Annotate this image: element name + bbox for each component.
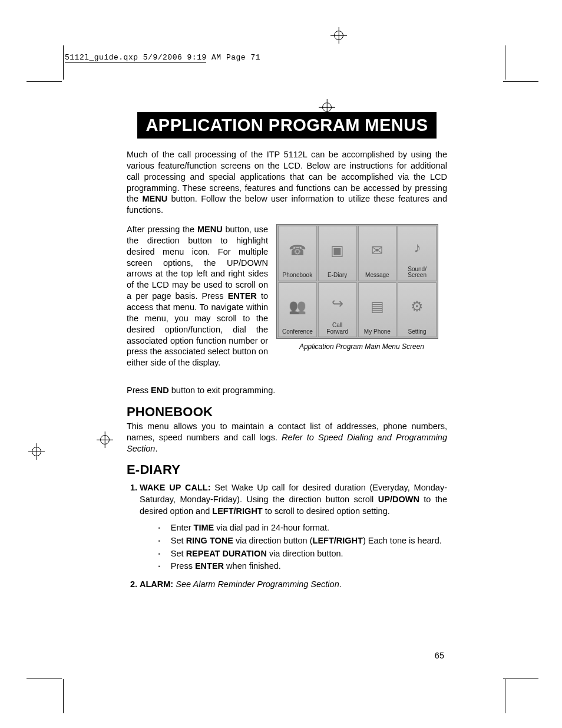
list-item: WAKE UP CALL: Set Wake Up call for desir… — [140, 482, 447, 573]
menu-navigation-paragraph: After pressing the MENU button, use the … — [127, 224, 268, 368]
speaker-icon: ♪ — [399, 228, 435, 266]
menu-item-my-phone: ▤My Phone — [358, 282, 397, 338]
key-label: RING TONE — [186, 536, 233, 545]
registration-mark-icon — [99, 434, 111, 446]
list-item: Enter TIME via dial pad in 24-hour forma… — [158, 522, 447, 535]
text: Press — [127, 386, 151, 395]
page-number: 65 — [435, 651, 444, 660]
key-label: MENU — [142, 194, 167, 203]
text: Set — [171, 549, 186, 558]
diary-icon: ▣ — [319, 228, 356, 272]
key-label: ENTER — [228, 291, 257, 301]
menu-label: Setting — [408, 329, 427, 335]
text: button to exit programming. — [169, 386, 276, 395]
menu-label: My Phone — [364, 329, 391, 335]
ediary-heading: E-DIARY — [127, 462, 447, 477]
text: via dial pad in 24-hour format. — [214, 523, 329, 532]
phone-icon: ☎ — [279, 228, 316, 272]
crop-mark-icon — [63, 45, 64, 80]
page-title: APPLICATION PROGRAM MENUS — [137, 112, 436, 139]
key-label: UP/DOWN — [378, 495, 419, 504]
text: Enter — [171, 523, 194, 532]
text: . — [155, 444, 157, 453]
text: ) Each tone is heard. — [363, 536, 442, 545]
text: to access that menu. To navigate within … — [127, 291, 268, 367]
text: Set — [171, 536, 186, 545]
list-item: ALARM: See Alarm Reminder Programming Se… — [140, 579, 447, 591]
phone-settings-icon: ▤ — [359, 285, 396, 329]
registration-mark-icon — [333, 29, 345, 41]
crop-mark-icon — [27, 678, 62, 678]
text: via direction button ( — [233, 536, 313, 545]
key-label: ENTER — [195, 561, 224, 571]
item-title: WAKE UP CALL: — [140, 483, 211, 492]
key-label: END — [151, 386, 169, 395]
crop-mark-icon — [27, 81, 62, 82]
item-title: ALARM: — [140, 579, 173, 589]
key-label: MENU — [197, 225, 223, 234]
page: 5112l_guide.qxp 5/9/2006 9:19 AM Page 71… — [0, 0, 562, 728]
menu-label: Sound/ Screen — [408, 266, 427, 279]
content-area: APPLICATION PROGRAM MENUS Much of the ca… — [127, 112, 447, 597]
crop-mark-icon — [503, 81, 538, 82]
registration-mark-icon — [321, 101, 333, 113]
phonebook-heading: PHONEBOOK — [127, 404, 447, 420]
menu-label: Message — [365, 272, 389, 279]
people-icon: 👥 — [279, 285, 316, 329]
text: when finished. — [224, 561, 281, 571]
key-label: LEFT/RIGHT — [313, 536, 363, 545]
figure-caption: Application Program Main Menu Screen — [276, 342, 447, 351]
menu-label: E-Diary — [328, 272, 347, 279]
crop-mark-icon — [63, 679, 64, 713]
menu-screenshot-figure: ☎Phonebook ▣E-Diary ✉Message ♪Sound/ Scr… — [276, 224, 447, 377]
menu-label: Call Forward — [326, 322, 348, 335]
key-label: REPEAT DURATION — [186, 549, 267, 558]
cross-reference: See Alarm Reminder Programming Section — [173, 579, 339, 589]
menu-label: Conference — [282, 329, 313, 335]
crop-mark-icon — [505, 679, 505, 713]
forward-icon: ↪ — [319, 285, 356, 323]
envelope-icon: ✉ — [359, 228, 396, 272]
menu-item-phonebook: ☎Phonebook — [278, 226, 317, 281]
list-item: Set RING TONE via direction button (LEFT… — [158, 535, 447, 548]
text: . — [339, 579, 342, 589]
menu-item-sound-screen: ♪Sound/ Screen — [398, 226, 437, 281]
list-item: Press ENTER when finished. — [158, 560, 447, 573]
key-label: TIME — [194, 523, 214, 532]
sub-bullet-list: Enter TIME via dial pad in 24-hour forma… — [158, 522, 447, 573]
gear-icon: ⚙ — [399, 285, 435, 329]
lcd-menu-grid: ☎Phonebook ▣E-Diary ✉Message ♪Sound/ Scr… — [276, 224, 438, 339]
registration-mark-icon — [31, 446, 42, 457]
phonebook-paragraph: This menu allows you to maintain a conta… — [127, 421, 447, 454]
text: via direction button. — [267, 549, 343, 558]
menu-item-setting: ⚙Setting — [398, 282, 437, 338]
ediary-ordered-list: WAKE UP CALL: Set Wake Up call for desir… — [127, 482, 447, 590]
crop-mark-icon — [505, 45, 505, 80]
crop-mark-icon — [503, 678, 538, 678]
file-meta-header: 5112l_guide.qxp 5/9/2006 9:19 AM Page 71 — [65, 53, 260, 62]
text: to scroll to desired option setting. — [263, 506, 390, 516]
list-item: Set REPEAT DURATION via direction button… — [158, 548, 447, 561]
text: After pressing the — [127, 225, 197, 234]
menu-label: Phonebook — [283, 272, 313, 279]
menu-item-call-forward: ↪Call Forward — [318, 282, 357, 338]
text: button. Follow the below user informatio… — [127, 194, 447, 215]
key-label: LEFT/RIGHT — [212, 506, 262, 516]
menu-item-message: ✉Message — [358, 226, 397, 281]
press-end-paragraph: Press END button to exit programming. — [127, 385, 447, 396]
menu-item-ediary: ▣E-Diary — [318, 226, 357, 281]
text: Press — [171, 561, 195, 571]
menu-item-conference: 👥Conference — [278, 282, 317, 338]
intro-paragraph: Much of the call processing of the ITP 5… — [127, 149, 447, 216]
text: button, use the direction button to high… — [127, 225, 268, 301]
